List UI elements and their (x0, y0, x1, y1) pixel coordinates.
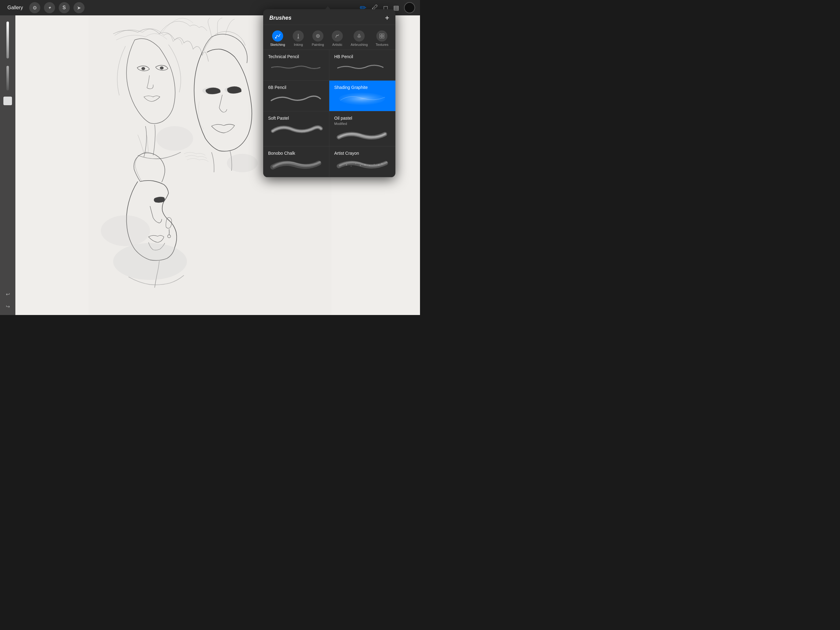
category-label-inking: Inking (294, 43, 303, 46)
category-label-textures: Textures (376, 43, 388, 46)
brush-stroke-technical-pencil (268, 60, 324, 74)
brush-stroke-hb-pencil (334, 60, 390, 74)
category-tab-inking[interactable]: Inking (290, 28, 307, 49)
wrench-icon[interactable]: ⚙ (29, 2, 40, 13)
left-sidebar: ↩ ↪ (0, 15, 15, 315)
brush-categories: Sketching Inking Painting Artistic Airbr… (263, 25, 395, 50)
brush-item-soft-pastel[interactable]: Soft Pastel (263, 111, 329, 146)
brush-stroke-soft-pastel (268, 122, 324, 136)
smudge-icon[interactable]: S (59, 2, 70, 13)
brush-list: Technical Pencil HB Pencil 6B Pencil (263, 50, 395, 177)
svg-point-9 (101, 215, 150, 246)
brush-name-6b-pencil: 6B Pencil (268, 85, 324, 90)
brush-name-technical-pencil: Technical Pencil (268, 54, 324, 59)
brush-name-artist-crayon: Artist Crayon (334, 151, 390, 156)
panel-title: Brushes (269, 15, 292, 21)
svg-point-13 (357, 35, 361, 38)
svg-point-26 (369, 165, 370, 166)
brushes-panel: Brushes + Sketching Inking Painting (263, 9, 395, 177)
svg-rect-17 (382, 36, 384, 38)
toolbar-left: Gallery ⚙ ✦ S ➤ (5, 2, 85, 13)
sketching-icon (272, 30, 283, 41)
brush-item-oil-pastel[interactable]: Oil pastel Modified (329, 111, 395, 146)
svg-rect-14 (380, 34, 382, 36)
brush-name-soft-pastel: Soft Pastel (268, 116, 324, 120)
panel-arrow (325, 6, 331, 10)
svg-point-12 (317, 35, 319, 36)
brush-item-shading-graphite[interactable]: Shading Graphite (329, 81, 395, 111)
transform-icon[interactable]: ➤ (74, 2, 85, 13)
redo-button[interactable]: ↪ (3, 301, 13, 311)
category-label-sketching: Sketching (270, 43, 285, 46)
svg-point-19 (346, 164, 347, 166)
brush-item-artist-crayon[interactable]: Artist Crayon (329, 146, 395, 177)
svg-point-23 (381, 163, 382, 164)
svg-point-27 (378, 164, 379, 166)
size-slider[interactable] (6, 66, 9, 90)
artistic-icon (332, 30, 343, 41)
brush-stroke-artist-crayon (334, 157, 390, 171)
panel-add-button[interactable]: + (385, 14, 389, 22)
svg-point-20 (355, 163, 356, 164)
panel-header: Brushes + (263, 9, 395, 25)
svg-point-2 (160, 66, 164, 70)
svg-point-21 (364, 164, 366, 166)
category-tab-artistic[interactable]: Artistic (329, 28, 346, 49)
inking-icon (293, 30, 304, 41)
brush-name-shading-graphite: Shading Graphite (334, 85, 390, 90)
category-tab-sketching[interactable]: Sketching (267, 28, 288, 49)
svg-point-6 (113, 243, 187, 280)
brush-stroke-6b-pencil (268, 91, 324, 105)
painting-icon (313, 30, 324, 41)
svg-point-1 (141, 67, 145, 70)
svg-point-24 (351, 166, 352, 166)
gallery-button[interactable]: Gallery (5, 4, 25, 12)
svg-rect-16 (380, 36, 382, 38)
brush-stroke-oil-pastel (334, 128, 390, 142)
brush-name-bonobo-chalk: Bonobo Chalk (268, 151, 324, 156)
svg-point-25 (360, 165, 361, 166)
brush-item-6b-pencil[interactable]: 6B Pencil (263, 81, 329, 111)
svg-point-22 (374, 164, 375, 165)
brush-item-bonobo-chalk[interactable]: Bonobo Chalk (263, 146, 329, 177)
svg-point-8 (227, 154, 257, 172)
brush-stroke-bonobo-chalk (268, 157, 324, 171)
category-label-artistic: Artistic (332, 43, 343, 46)
svg-point-18 (339, 93, 385, 105)
category-tab-airbrushing[interactable]: Airbrushing (348, 28, 371, 49)
color-swatch[interactable] (3, 97, 12, 105)
brush-item-technical-pencil[interactable]: Technical Pencil (263, 50, 329, 81)
category-tab-textures[interactable]: Textures (373, 28, 392, 49)
textures-icon (376, 30, 387, 41)
avatar (404, 2, 415, 13)
svg-rect-15 (382, 34, 384, 36)
category-label-painting: Painting (312, 43, 324, 46)
airbrushing-icon (354, 30, 365, 41)
category-label-airbrushing: Airbrushing (351, 43, 368, 46)
brush-sub-oil-pastel: Modified (334, 122, 390, 125)
brush-name-hb-pencil: HB Pencil (334, 54, 390, 59)
opacity-slider[interactable] (6, 22, 9, 59)
svg-point-7 (156, 126, 193, 151)
undo-button[interactable]: ↩ (3, 289, 13, 299)
category-tab-painting[interactable]: Painting (309, 28, 327, 49)
brush-item-hb-pencil[interactable]: HB Pencil (329, 50, 395, 81)
brush-name-oil-pastel: Oil pastel (334, 116, 390, 120)
svg-point-10 (275, 37, 276, 38)
brush-stroke-shading-graphite (334, 91, 390, 105)
magic-icon[interactable]: ✦ (44, 2, 55, 13)
